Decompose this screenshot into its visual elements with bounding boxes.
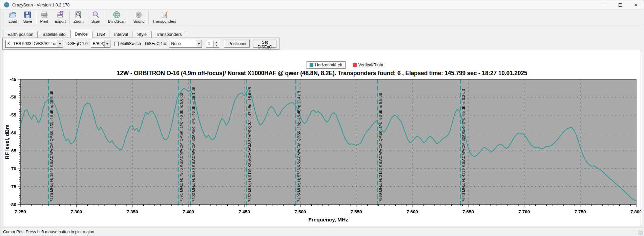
folder-open-icon <box>8 10 17 19</box>
blindscan-button[interactable]: BlindScan <box>105 10 129 26</box>
close-button[interactable]: ✕ <box>628 0 644 9</box>
window-title: CrazyScan - Version 1.0.2.178 <box>12 3 70 7</box>
dropdown-arrow-icon[interactable] <box>104 40 110 47</box>
diseqc10-label: DiSEqC 1.0: <box>66 41 89 46</box>
minimize-button[interactable] <box>597 0 612 9</box>
transponder-label: 7275 MHz; H; 1949 KS;ACM/VCM;QPSK; 1/2; … <box>49 90 54 202</box>
toolbar-grip[interactable] <box>3 11 4 24</box>
multiswitch-checkbox[interactable] <box>115 42 119 46</box>
tab-strip: Earth position Satellite info Device LNB… <box>2 30 279 38</box>
spin-up-icon[interactable]: ▲ <box>214 40 219 44</box>
close-icon: ✕ <box>634 3 638 7</box>
transponder-label: 7391 MHz; H; 7935 KS;ACM/VCM;QPSK; 1/4; … <box>179 93 183 202</box>
x-axis-label: 7.550 <box>351 209 362 214</box>
transponder-label: 7569 MHz; H; 2122 KS;ACM/VCM;QPSK; 1/4; … <box>378 93 382 202</box>
printer-export-icon <box>56 10 64 19</box>
maximize-button[interactable] <box>612 0 628 9</box>
transponder-label: 7496 MHz; H; 5786 KS;ACM/VCM;QPSK; 1/4; … <box>297 91 301 202</box>
load-button[interactable]: Load <box>5 10 20 26</box>
x-axis-label: 7.500 <box>294 209 306 214</box>
tab-interval[interactable]: Interval <box>110 31 132 38</box>
tab-satellite-info[interactable]: Satellite info <box>38 31 70 38</box>
y-axis-label: -60 <box>9 130 16 135</box>
speaker-icon <box>135 10 143 19</box>
floppy-icon <box>23 10 32 19</box>
toolbar-separator <box>148 11 149 25</box>
positioner-button[interactable]: Positioner <box>224 40 250 48</box>
legend-item-horizontal-left[interactable]: Horizontal/Left <box>307 61 346 69</box>
minimize-icon <box>603 5 607 5</box>
chart-title: 12W - ORBITRON O-16 (4,9m off-focus)/ No… <box>3 70 641 77</box>
tab-control-area: Earth position Satellite info Device LNB… <box>0 26 644 50</box>
title-bar[interactable]: CrazyScan - Version 1.0.2.178 ✕ <box>0 0 644 9</box>
status-text: Cursor Pos: Press Left mouse button in p… <box>3 230 94 234</box>
tab-device[interactable]: Device <box>70 30 92 38</box>
x-axis-label: 7.250 <box>15 209 26 214</box>
sound-button[interactable]: Sound <box>130 10 147 26</box>
print-button[interactable]: Print <box>37 10 51 26</box>
legend-item-vertical-right[interactable]: Vertical/Right <box>350 62 386 68</box>
tab-style[interactable]: Style <box>133 31 151 38</box>
toolbar-separator <box>36 11 36 25</box>
toolbar-separator <box>129 11 129 25</box>
x-axis-label: 7.350 <box>127 209 138 214</box>
x-axis-label: 7.650 <box>462 209 474 214</box>
dropdown-arrow-icon[interactable] <box>196 40 202 47</box>
dropdown-arrow-icon[interactable] <box>57 40 63 47</box>
printer-icon <box>40 10 48 19</box>
set-diseqc-button[interactable]: Set DiSEqC <box>253 40 276 48</box>
status-bar: Cursor Pos: Press Left mouse button in p… <box>0 228 644 236</box>
legend-swatch-teal <box>310 63 313 67</box>
toolbar-separator <box>104 11 104 25</box>
diseqc1x-label: DiSEqC 1.x: <box>145 41 167 46</box>
chart-legend: Horizontal/Left Vertical/Right <box>307 61 386 69</box>
x-axis-label: 7.700 <box>519 209 530 214</box>
y-axis-label: -55 <box>9 112 16 117</box>
toolbar-separator <box>87 11 87 25</box>
resize-grip[interactable] <box>638 230 643 235</box>
magnifier-icon <box>91 10 100 19</box>
y-axis-label: -50 <box>9 94 16 100</box>
x-axis-label: 7.750 <box>575 209 586 214</box>
y-axis-label: -75 <box>9 184 16 189</box>
tuner-select[interactable]: 3 - TBS 6903 DVBS/S2 Tuner 1 <box>5 40 63 48</box>
y-axis-label: -65 <box>9 148 16 153</box>
spin-down-icon[interactable]: ▼ <box>214 44 219 47</box>
toolbar: Load Save Print <box>0 9 644 26</box>
document-magnifier-icon <box>74 10 83 19</box>
zoom-button[interactable]: Zoom <box>70 10 86 26</box>
x-axis-label: 7.400 <box>183 209 194 214</box>
tab-transponders[interactable]: Transponders <box>151 31 186 38</box>
device-panel: 3 - TBS 6903 DVBS/S2 Tuner 1 DiSEqC 1.0:… <box>2 38 279 50</box>
y-axis-title: RF level, dBm <box>4 125 10 159</box>
x-axis-label: 7.300 <box>70 209 82 214</box>
app-icon <box>4 2 9 8</box>
tab-control: Earth position Satellite info Device LNB… <box>2 30 279 50</box>
x-axis-label: 7.450 <box>238 209 250 214</box>
notepad-pencil-icon <box>160 10 169 19</box>
export-button[interactable]: Export <box>51 10 69 26</box>
tab-lnb[interactable]: LNB <box>92 31 109 38</box>
tab-earth-position[interactable]: Earth position <box>3 31 38 38</box>
maximize-icon <box>619 3 622 7</box>
app-window: CrazyScan - Version 1.0.2.178 ✕ Load <box>0 0 644 236</box>
y-axis-label: -45 <box>9 77 16 82</box>
y-axis-label: -70 <box>9 166 16 171</box>
diseqc10-select[interactable]: B/B(4) <box>91 40 110 48</box>
toolbar-separator <box>69 11 70 25</box>
y-axis-label: -80 <box>9 202 16 207</box>
save-button[interactable]: Save <box>20 10 35 26</box>
legend-swatch-red <box>353 63 356 67</box>
x-axis-label: 7.600 <box>407 209 418 214</box>
diseqc1x-select[interactable]: None <box>169 40 202 48</box>
transponder-label: 7402 MHz; H; 9520 KS;ACM/VCM;32APSK; 3/4… <box>191 87 195 202</box>
x-axis-title: Frequency, MHz <box>308 217 348 222</box>
transponders-button[interactable]: Transponders <box>149 10 180 26</box>
transponder-label: 7452 MHz; H; 9119 KS;ACM/VCM;32APSK; 3/4… <box>248 87 252 202</box>
chart-panel: Horizontal/Left Vertical/Right 12W - ORB… <box>3 50 641 226</box>
multiswitch-label: MultiSwitch <box>120 41 141 46</box>
scan-button[interactable]: Scan <box>88 10 103 26</box>
globe-icon <box>112 10 121 19</box>
positioner-spinner[interactable]: 0 ▲ ▼ <box>206 40 220 48</box>
transponder-label: 7643 MHz; H; 4339 KS;ACM/VCM;32APSK; 3/4… <box>461 89 465 202</box>
